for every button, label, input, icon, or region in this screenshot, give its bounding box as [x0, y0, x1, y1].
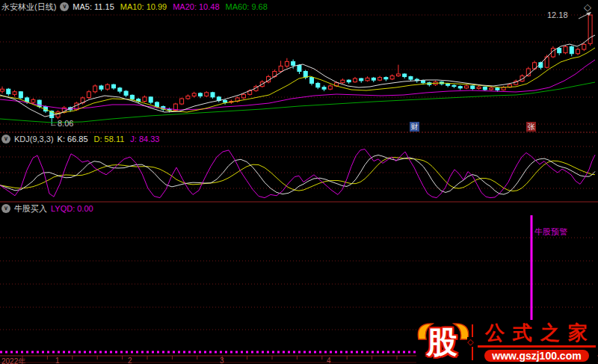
bull-alert-label: 牛股预警 [534, 226, 567, 238]
collapse-main-panel-icon[interactable]: ∨ [60, 2, 69, 11]
x-axis-label: 1 [55, 357, 60, 364]
kdj-title[interactable]: KDJ(9,3,3) [14, 135, 54, 144]
kdj-value-labels: K: 66.85D: 58.11J: 84.33 [58, 135, 166, 144]
price-low-label: ←8.06 [49, 119, 73, 128]
x-axis-label: 3 [220, 357, 224, 364]
x-axis-label: 2 [128, 357, 132, 364]
kdj-header: ∨ KDJ(9,3,3) K: 66.85D: 58.11J: 84.33 [1, 134, 165, 144]
ma-value-labels: MA5: 11.15MA10: 10.99MA20: 10.48MA60: 9.… [73, 2, 273, 11]
value-label: D: 58.11 [94, 135, 125, 144]
stock-title[interactable]: 永安林业(日线) [1, 1, 56, 13]
stock-chart-window: 永安林业(日线) ∨ MA5: 11.15MA10: 10.99MA20: 10… [0, 0, 598, 364]
chart-canvas [0, 0, 598, 364]
logo-website: www.gszj100.com [484, 350, 588, 362]
value-label: MA20: 10.48 [173, 2, 219, 11]
x-axis-label: 4 [327, 357, 331, 364]
value-label: MA10: 10.99 [120, 2, 167, 11]
price-high-label: 12.18 [547, 10, 568, 19]
value-label: MA60: 9.68 [226, 2, 268, 11]
logo-diamond-icon: ◇ [467, 337, 473, 347]
x-axis-label: 2022年 [1, 357, 25, 364]
logo-separator: ◇ [472, 324, 473, 360]
signal-title[interactable]: 牛股买入 [14, 203, 47, 215]
collapse-signal-panel-icon[interactable]: ∨ [1, 204, 10, 213]
watermark-badge: 张 [526, 122, 536, 132]
value-label: J: 84.33 [130, 135, 159, 144]
bull-stock-icon: 股 [416, 321, 470, 363]
diamond-marker-icon: ◇ [584, 1, 591, 13]
collapse-kdj-panel-icon[interactable]: ∨ [1, 135, 10, 144]
value-label: K: 66.85 [58, 135, 88, 144]
signal-value-label: LYQD: 0.00 [51, 204, 93, 213]
signal-panel-header: ∨ 牛股买入 LYQD: 0.00 [1, 203, 93, 214]
gszj-logo: 股 ◇ 公式之家 www.gszj100.com [416, 320, 597, 364]
logo-symbol: 股 [427, 324, 457, 360]
watermark-badge: 财 [410, 122, 419, 132]
value-label: MA5: 11.15 [73, 2, 114, 11]
main-chart-header: 永安林业(日线) ∨ MA5: 11.15MA10: 10.99MA20: 10… [1, 1, 274, 12]
logo-brand-name: 公式之家 [478, 323, 596, 348]
